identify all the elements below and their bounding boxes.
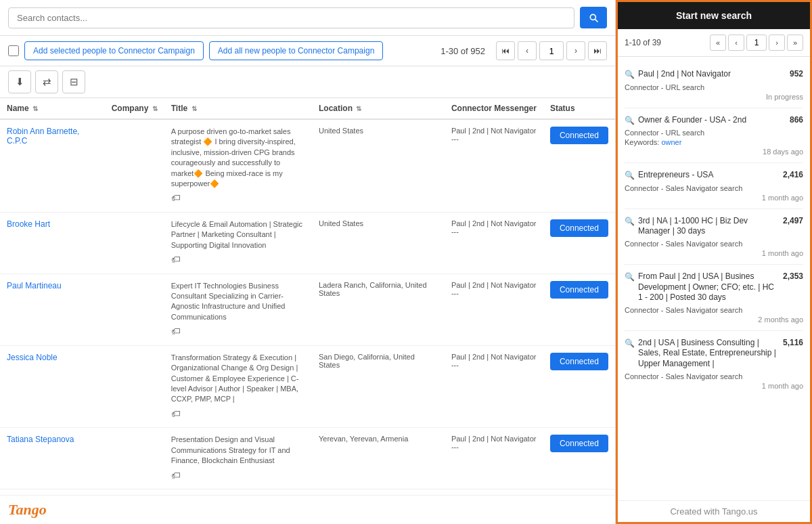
search-time: 2 months ago xyxy=(625,315,803,324)
col-title[interactable]: Title ⇅ xyxy=(164,98,312,119)
search-query-text: From Paul | 2nd | USA | Busines Developm… xyxy=(638,271,779,303)
tag-icon[interactable]: 🏷 xyxy=(171,254,181,265)
created-tango-footer: Created with Tango.us xyxy=(618,500,810,522)
search-type: Connector - URL search xyxy=(625,83,803,91)
status-cell: Connected xyxy=(543,428,615,489)
prev-page-button[interactable]: ‹ xyxy=(518,41,537,60)
name-cell: Robin Ann Barnette, C.P.C xyxy=(0,119,105,212)
filter-button[interactable]: ⊟ xyxy=(62,70,85,93)
search-item-top: 🔍 2nd | USA | Business Consulting | Sale… xyxy=(625,338,803,370)
rp-pagination-controls: « ‹ › » xyxy=(710,35,803,51)
name-cell: Brooke Hart xyxy=(0,212,105,274)
status-cell: Connected xyxy=(543,274,615,345)
table-row: Paul Martineau Expert IT Technologies Bu… xyxy=(0,274,615,345)
location-cell: San Diego, California, United States xyxy=(312,345,445,428)
table-row: Robin Ann Barnette, C.P.C A purpose driv… xyxy=(0,119,615,212)
connected-button[interactable]: Connected xyxy=(550,353,608,370)
search-item[interactable]: 🔍 Paul | 2nd | Not Navigator 952 Connect… xyxy=(625,62,803,108)
tag-icon[interactable]: 🏷 xyxy=(171,192,181,203)
title-cell: Expert IT Technologies Business Consulta… xyxy=(164,274,312,345)
tag-icon[interactable]: 🏷 xyxy=(171,408,181,419)
search-query-text: Paul | 2nd | Not Navigator xyxy=(638,69,731,80)
search-count: 2,353 xyxy=(783,271,803,281)
title-cell: A purpose driven go-to-market sales stra… xyxy=(164,119,312,212)
pagination-info: 1-30 of 952 xyxy=(441,46,485,56)
rp-prev-page-button[interactable]: ‹ xyxy=(728,35,744,51)
add-all-button[interactable]: Add all new people to Connector Campaign xyxy=(209,41,383,60)
search-time: 1 month ago xyxy=(625,249,803,257)
contact-name-link[interactable]: Paul Martineau xyxy=(7,281,62,290)
connected-button[interactable]: Connected xyxy=(550,127,608,144)
search-icon-sm: 🔍 xyxy=(625,272,635,283)
col-name[interactable]: Name ⇅ xyxy=(0,98,105,119)
search-time: 1 month ago xyxy=(625,194,803,202)
next-page-button[interactable]: › xyxy=(566,41,585,60)
search-item[interactable]: 🔍 2nd | USA | Business Consulting | Sale… xyxy=(625,331,803,397)
tango-logo: Tango xyxy=(8,501,47,518)
add-selected-button[interactable]: Add selected people to Connector Campaig… xyxy=(24,41,204,60)
page-input[interactable] xyxy=(539,41,564,60)
export-button[interactable]: ⬇ xyxy=(8,70,31,93)
connected-button[interactable]: Connected xyxy=(550,435,608,452)
search-item-top: 🔍 3rd | NA | 1-1000 HC | Biz Dev Manager… xyxy=(625,216,803,237)
location-cell: United States xyxy=(312,119,445,212)
contact-name-link[interactable]: Robin Ann Barnette, C.P.C xyxy=(7,127,79,146)
search-item[interactable]: 🔍 Entrepreneurs - USA 2,416 Connector - … xyxy=(625,163,803,209)
col-location[interactable]: Location ⇅ xyxy=(312,98,445,119)
messenger-cell: Paul | 2nd | Not Navigator --- xyxy=(445,345,543,428)
connected-button[interactable]: Connected xyxy=(550,281,608,299)
search-item-top: 🔍 Entrepreneurs - USA 2,416 xyxy=(625,170,803,181)
search-bar xyxy=(0,0,615,36)
location-sort-icon: ⇅ xyxy=(356,105,361,112)
last-page-button[interactable]: ⏭ xyxy=(588,41,607,60)
search-time: 18 days ago xyxy=(625,148,803,156)
contact-name-link[interactable]: Brooke Hart xyxy=(7,219,50,229)
search-count: 866 xyxy=(790,115,803,125)
rp-next-page-button[interactable]: › xyxy=(769,35,785,51)
rp-last-page-button[interactable]: » xyxy=(787,35,803,51)
tag-icon[interactable]: 🏷 xyxy=(171,326,181,336)
select-all-checkbox[interactable] xyxy=(8,45,19,56)
name-cell: Tatiana Stepanova xyxy=(0,428,105,489)
search-icon-sm: 🔍 xyxy=(625,339,635,349)
contacts-table-container: Name ⇅ Company ⇅ Title ⇅ Location ⇅ Conn… xyxy=(0,98,615,495)
connected-button[interactable]: Connected xyxy=(550,219,608,237)
search-input[interactable] xyxy=(8,7,574,28)
right-panel-header: Start new search xyxy=(618,2,810,29)
contacts-table: Name ⇅ Company ⇅ Title ⇅ Location ⇅ Conn… xyxy=(0,98,615,489)
location-cell: United States xyxy=(312,212,445,274)
search-item[interactable]: 🔍 Owner & Founder - USA - 2nd 866 Connec… xyxy=(625,108,803,164)
search-button[interactable] xyxy=(580,7,607,28)
col-company[interactable]: Company ⇅ xyxy=(105,98,164,119)
title-cell: Lifecycle & Email Automation | Strategic… xyxy=(164,212,312,274)
company-sort-icon: ⇅ xyxy=(152,105,158,112)
first-page-button[interactable]: ⏮ xyxy=(496,41,515,60)
title-cell: Transformation Strategy & Execution | Or… xyxy=(164,345,312,428)
contact-name-link[interactable]: Tatiana Stepanova xyxy=(7,435,74,444)
table-row: Tatiana Stepanova Presentation Design an… xyxy=(0,428,615,489)
shuffle-button[interactable]: ⇄ xyxy=(35,70,58,93)
search-item[interactable]: 🔍 From Paul | 2nd | USA | Busines Develo… xyxy=(625,265,803,331)
rp-page-input[interactable] xyxy=(746,35,767,51)
search-count: 5,116 xyxy=(783,338,803,347)
table-row: Brooke Hart Lifecycle & Email Automation… xyxy=(0,212,615,274)
contact-name-link[interactable]: Jessica Noble xyxy=(7,353,58,362)
in-progress-badge: In progress xyxy=(625,93,803,101)
col-status: Status xyxy=(543,98,615,119)
action-bar: Add selected people to Connector Campaig… xyxy=(0,36,615,66)
col-messenger: Connector Messenger xyxy=(445,98,543,119)
name-sort-icon: ⇅ xyxy=(32,105,38,112)
search-query-text: 3rd | NA | 1-1000 HC | Biz Dev Manager |… xyxy=(638,216,779,237)
company-cell xyxy=(105,119,164,212)
rp-pagination-info: 1-10 of 39 xyxy=(625,38,661,47)
messenger-cell: Paul | 2nd | Not Navigator --- xyxy=(445,274,543,345)
search-item-top: 🔍 Paul | 2nd | Not Navigator 952 xyxy=(625,69,803,81)
icon-bar: ⬇ ⇄ ⊟ xyxy=(0,66,615,98)
tag-icon[interactable]: 🏷 xyxy=(171,470,181,481)
rp-first-page-button[interactable]: « xyxy=(710,35,726,51)
search-icon-sm: 🔍 xyxy=(625,116,635,127)
search-query: 🔍 2nd | USA | Business Consulting | Sale… xyxy=(625,338,779,370)
name-cell: Jessica Noble xyxy=(0,345,105,428)
search-type: Connector - Sales Navigator search xyxy=(625,184,803,192)
search-item[interactable]: 🔍 3rd | NA | 1-1000 HC | Biz Dev Manager… xyxy=(625,209,803,265)
